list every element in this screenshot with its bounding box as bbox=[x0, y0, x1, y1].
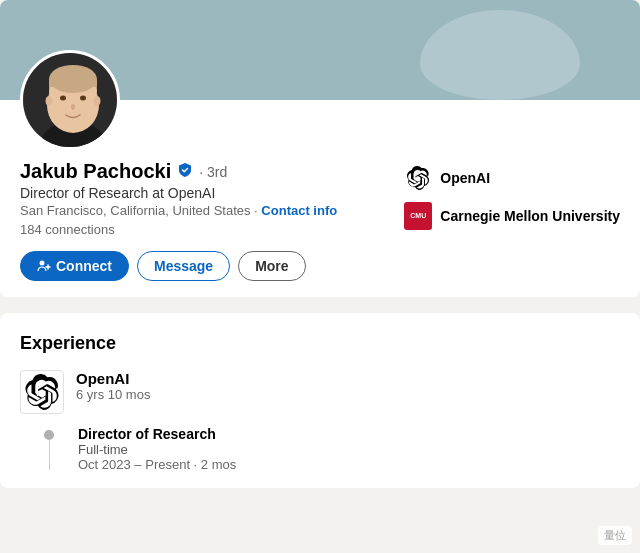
profile-name: Jakub Pachocki bbox=[20, 160, 171, 183]
svg-rect-5 bbox=[49, 79, 97, 87]
role-title: Director of Research bbox=[78, 426, 236, 442]
profile-info-left: Jakub Pachocki · 3rd Director of Researc… bbox=[20, 160, 337, 237]
connect-button[interactable]: Connect bbox=[20, 251, 129, 281]
company-name: OpenAI bbox=[76, 370, 150, 387]
connections-count: 184 connections bbox=[20, 222, 337, 237]
profile-affiliations: OpenAI CMU Carnegie Mellon University bbox=[404, 164, 620, 230]
affiliation-cmu: CMU Carnegie Mellon University bbox=[404, 202, 620, 230]
action-buttons: Connect Message More bbox=[20, 251, 620, 281]
affiliation-openai: OpenAI bbox=[404, 164, 620, 192]
connection-degree: · 3rd bbox=[199, 164, 227, 180]
role-dates: Oct 2023 – Present · 2 mos bbox=[78, 457, 236, 472]
experience-section: Experience OpenAI 6 yrs 10 mos Director … bbox=[0, 313, 640, 488]
message-button[interactable]: Message bbox=[137, 251, 230, 281]
role-type: Full-time bbox=[78, 442, 236, 457]
role-info: Director of Research Full-time Oct 2023 … bbox=[78, 426, 236, 472]
company-duration: 6 yrs 10 mos bbox=[76, 387, 150, 402]
contact-info-link[interactable]: Contact info bbox=[261, 203, 337, 218]
section-divider bbox=[0, 305, 640, 313]
cmu-name: Carnegie Mellon University bbox=[440, 208, 620, 224]
profile-banner bbox=[0, 0, 640, 100]
timeline-dot bbox=[44, 430, 54, 440]
openai-name: OpenAI bbox=[440, 170, 490, 186]
profile-location: San Francisco, California, United States… bbox=[20, 203, 337, 218]
experience-title: Experience bbox=[20, 333, 620, 354]
openai-logo bbox=[404, 164, 432, 192]
company-info: OpenAI 6 yrs 10 mos bbox=[76, 370, 150, 402]
experience-role: Director of Research Full-time Oct 2023 … bbox=[28, 426, 620, 472]
connect-icon bbox=[37, 259, 51, 273]
banner-decoration bbox=[420, 10, 580, 100]
experience-company: OpenAI 6 yrs 10 mos bbox=[20, 370, 620, 414]
name-row: Jakub Pachocki · 3rd bbox=[20, 160, 337, 183]
cmu-logo: CMU bbox=[404, 202, 432, 230]
company-logo-openai bbox=[20, 370, 64, 414]
svg-point-11 bbox=[40, 261, 45, 266]
profile-card: Jakub Pachocki · 3rd Director of Researc… bbox=[0, 0, 640, 297]
profile-title: Director of Research at OpenAI bbox=[20, 185, 337, 201]
profile-top: Jakub Pachocki · 3rd Director of Researc… bbox=[20, 160, 620, 237]
profile-body: Jakub Pachocki · 3rd Director of Researc… bbox=[0, 100, 640, 297]
more-button[interactable]: More bbox=[238, 251, 305, 281]
verified-icon bbox=[177, 162, 193, 182]
